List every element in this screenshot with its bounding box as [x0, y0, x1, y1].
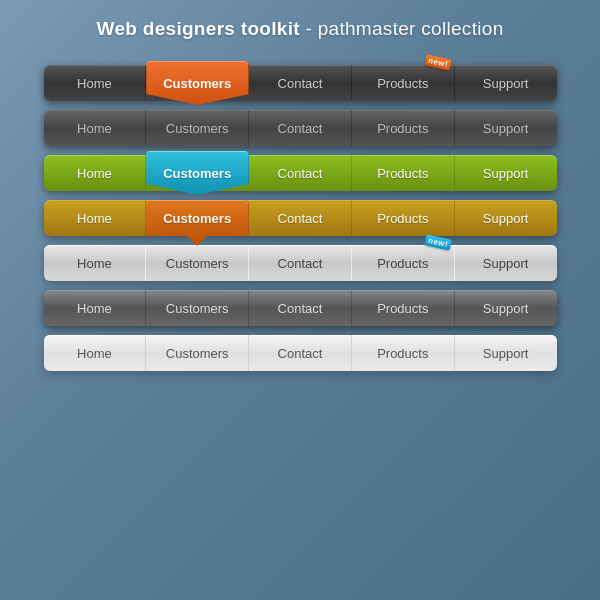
nav1-home[interactable]: Home — [44, 65, 147, 101]
navbar-1: Home Customers Contact new! Products Sup… — [44, 65, 557, 101]
nav1-customers[interactable]: Customers — [146, 61, 249, 105]
title-bold: Web designers toolkit — [97, 18, 300, 39]
nav4-contact[interactable]: Contact — [249, 200, 352, 236]
navbar-2: Home Customers Contact Products Support — [44, 110, 557, 146]
nav6-customers[interactable]: Customers — [146, 290, 249, 326]
nav4-customers[interactable]: Customers — [146, 200, 249, 236]
nav-wrapper-4: Home Customers Contact Products Support — [44, 200, 557, 236]
nav4-home[interactable]: Home — [44, 200, 147, 236]
nav2-contact[interactable]: Contact — [249, 110, 352, 146]
page-title: Web designers toolkit - pathmaster colle… — [44, 18, 557, 40]
nav5-contact[interactable]: Contact — [249, 245, 352, 281]
nav7-customers[interactable]: Customers — [146, 335, 249, 371]
navbar-6: Home Customers Contact Products Support — [44, 290, 557, 326]
nav-wrapper-6: Home Customers Contact Products Support — [44, 290, 557, 326]
nav3-products[interactable]: Products — [352, 155, 455, 191]
nav7-home[interactable]: Home — [44, 335, 147, 371]
nav3-contact[interactable]: Contact — [249, 155, 352, 191]
nav-wrapper-7: Home Customers Contact Products Support — [44, 335, 557, 371]
nav6-support[interactable]: Support — [455, 290, 557, 326]
navbar-3: Home Customers Contact Products Support — [44, 155, 557, 191]
nav7-contact[interactable]: Contact — [249, 335, 352, 371]
nav1-products[interactable]: new! Products — [352, 65, 455, 101]
nav5-customers[interactable]: Customers — [146, 245, 249, 281]
nav1-contact[interactable]: Contact — [249, 65, 352, 101]
new-badge: new! — [425, 54, 453, 70]
nav2-products[interactable]: Products — [352, 110, 455, 146]
nav-wrapper-2: Home Customers Contact Products Support — [44, 110, 557, 146]
nav7-products[interactable]: Products — [352, 335, 455, 371]
nav-wrapper-5: Home Customers Contact new! Products Sup… — [44, 245, 557, 281]
navbar-5: Home Customers Contact new! Products Sup… — [44, 245, 557, 281]
nav2-support[interactable]: Support — [455, 110, 557, 146]
nav3-customers[interactable]: Customers — [146, 151, 249, 195]
nav-wrapper-1: Web designers toolkit - pathmaster colle… — [44, 18, 557, 56]
nav4-support[interactable]: Support — [455, 200, 557, 236]
nav-wrapper-1: Home Customers Contact new! Products Sup… — [44, 65, 557, 101]
nav6-products[interactable]: Products — [352, 290, 455, 326]
nav-wrapper-3: Home Customers Contact Products Support — [44, 155, 557, 191]
navbar-4: Home Customers Contact Products Support — [44, 200, 557, 236]
nav5-support[interactable]: Support — [455, 245, 557, 281]
nav7-support[interactable]: Support — [455, 335, 557, 371]
nav2-customers[interactable]: Customers — [146, 110, 249, 146]
nav3-home[interactable]: Home — [44, 155, 147, 191]
nav3-support[interactable]: Support — [455, 155, 557, 191]
new-badge-blue: new! — [425, 234, 453, 250]
nav2-home[interactable]: Home — [44, 110, 147, 146]
nav1-support[interactable]: Support — [455, 65, 557, 101]
navbar-7: Home Customers Contact Products Support — [44, 335, 557, 371]
title-normal: - pathmaster collection — [300, 18, 504, 39]
nav5-home[interactable]: Home — [44, 245, 147, 281]
nav5-products[interactable]: new! Products — [352, 245, 455, 281]
nav4-products[interactable]: Products — [352, 200, 455, 236]
nav6-contact[interactable]: Contact — [249, 290, 352, 326]
nav6-home[interactable]: Home — [44, 290, 147, 326]
